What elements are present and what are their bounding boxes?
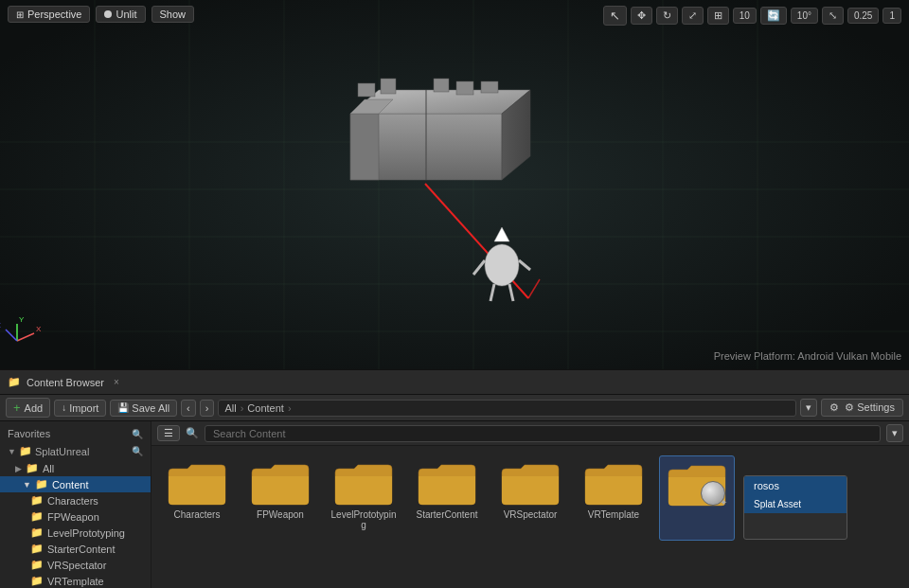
grid-size-btn[interactable]: 10 bbox=[733, 8, 757, 24]
context-menu-item-splat[interactable]: Splat Asset bbox=[744, 495, 847, 513]
scale-icon[interactable]: ⤡ bbox=[822, 7, 844, 25]
sidebar-item-content[interactable]: ▼ 📁 Content bbox=[0, 476, 151, 492]
folder-starter-label: StarterContent bbox=[416, 509, 477, 520]
cursor-btn[interactable]: ↖ bbox=[603, 6, 627, 26]
favorites-header[interactable]: Favorites 🔍 bbox=[0, 425, 151, 442]
angle-icon[interactable]: 🔄 bbox=[760, 7, 787, 25]
cb-titlebar: 📁 Content Browser × bbox=[0, 370, 909, 395]
characters-label: Characters bbox=[47, 495, 98, 507]
sidebar-item-all[interactable]: ▶ 📁 All bbox=[0, 460, 151, 476]
expand-arrow: ▼ bbox=[8, 447, 16, 456]
translate-btn[interactable]: ✥ bbox=[631, 7, 652, 25]
splat-unreal-label: SplatUnreal bbox=[35, 446, 89, 457]
unlit-dot bbox=[104, 10, 112, 18]
svg-rect-23 bbox=[381, 79, 396, 94]
add-btn[interactable]: + Add bbox=[6, 398, 50, 418]
expand-content: ▼ bbox=[23, 480, 31, 490]
forward-btn[interactable]: › bbox=[200, 400, 215, 417]
folder-starter-icon: 📁 bbox=[30, 543, 44, 555]
folder-vrspectator[interactable]: VRSpectator bbox=[492, 455, 568, 541]
settings-btn[interactable]: ⚙ ⚙ Settings bbox=[821, 399, 903, 417]
star-badge: ✦ bbox=[720, 498, 727, 508]
folder-vrs-label: VRSpectator bbox=[504, 509, 558, 520]
folder-selected[interactable]: ✦ rosos Splat Asset bbox=[659, 455, 735, 541]
context-menu-item-rosos[interactable]: rosos bbox=[744, 476, 847, 495]
import-btn[interactable]: ↓ Import bbox=[54, 400, 106, 417]
camera-num: 1 bbox=[889, 10, 895, 21]
folder-vrtemplate[interactable]: VRTemplate bbox=[576, 455, 651, 541]
path-content[interactable]: Content bbox=[247, 402, 284, 414]
scale-value-btn[interactable]: 0.25 bbox=[847, 8, 879, 24]
angle-value-btn[interactable]: 10° bbox=[791, 8, 818, 24]
sidebar-item-level[interactable]: 📁 LevelPrototyping bbox=[0, 525, 151, 541]
fpweapon-label: FPWeapon bbox=[47, 511, 99, 523]
filter-options-btn[interactable]: ☰ bbox=[157, 425, 180, 441]
snap-btn[interactable]: ⊞ bbox=[707, 7, 729, 25]
save-all-label: Save All bbox=[132, 402, 169, 414]
folder-vrt-icon: 📁 bbox=[30, 575, 44, 587]
folder-fpweapon-label: FPWeapon bbox=[257, 509, 304, 520]
folder-characters[interactable]: Characters bbox=[159, 455, 235, 541]
search-magnifier-icon: 🔍 bbox=[186, 427, 199, 439]
sidebar-item-fpweapon[interactable]: 📁 FPWeapon bbox=[0, 508, 151, 525]
svg-rect-25 bbox=[456, 81, 473, 95]
preview-platform-label: Preview Platform: Android Vulkan Mobile bbox=[714, 350, 901, 362]
all-label: All bbox=[43, 463, 54, 474]
sidebar-item-characters[interactable]: 📁 Characters bbox=[0, 492, 151, 508]
cb-folder-icon: 📁 bbox=[8, 376, 21, 388]
folder-level-icon: 📁 bbox=[30, 526, 44, 539]
sidebar-search-icon[interactable]: 🔍 bbox=[132, 446, 143, 456]
cb-main: ☰ 🔍 ▾ Characters bbox=[152, 421, 909, 588]
folder-fp-icon: 📁 bbox=[30, 510, 44, 523]
folder-fpweapon-icon bbox=[250, 459, 311, 507]
show-btn[interactable]: Show bbox=[152, 6, 195, 23]
content-browser: 📁 Content Browser × + Add ↓ Import 💾 Sav… bbox=[0, 369, 909, 588]
splat-unreal-header[interactable]: ▼ 📁 SplatUnreal 🔍 bbox=[0, 442, 151, 460]
cb-close-btn[interactable]: × bbox=[114, 377, 119, 387]
sidebar-item-starter[interactable]: 📁 StarterContent bbox=[0, 541, 151, 557]
show-label: Show bbox=[160, 9, 187, 20]
starter-label: StarterContent bbox=[47, 543, 116, 555]
viewport: ⊞ Perspective Unlit Show ↖ ✥ ↻ ⤢ ⊞ 10 🔄 … bbox=[0, 0, 909, 369]
unlit-btn[interactable]: Unlit bbox=[96, 6, 145, 23]
rotate-btn[interactable]: ↻ bbox=[656, 7, 678, 25]
plus-icon: + bbox=[13, 401, 21, 415]
svg-text:X: X bbox=[36, 325, 42, 333]
svg-rect-22 bbox=[358, 83, 375, 97]
context-menu: rosos Splat Asset bbox=[743, 475, 847, 540]
camera-btn[interactable]: 1 bbox=[882, 8, 901, 24]
folder-level-label: LevelPrototyping bbox=[330, 509, 398, 530]
search-input[interactable] bbox=[205, 425, 881, 442]
perspective-btn[interactable]: ⊞ Perspective bbox=[8, 6, 90, 23]
svg-rect-0 bbox=[0, 0, 909, 369]
cb-content-grid: Characters FPWeapon bbox=[152, 446, 909, 588]
folder-all-icon: 📁 bbox=[26, 462, 39, 474]
search-icon[interactable]: 🔍 bbox=[132, 429, 143, 439]
folder-level[interactable]: LevelPrototyping bbox=[326, 455, 401, 541]
folder-icon-splat: 📁 bbox=[19, 445, 32, 457]
search-dropdown-btn[interactable]: ▾ bbox=[886, 424, 903, 442]
folder-fpweapon[interactable]: FPWeapon bbox=[242, 455, 318, 541]
scale-value: 0.25 bbox=[854, 10, 872, 21]
path-dropdown-btn[interactable]: ▾ bbox=[800, 399, 817, 417]
cb-path-bar: All › Content › bbox=[218, 400, 796, 417]
cb-title: Content Browser bbox=[27, 377, 104, 388]
folder-vrt-label: VRTemplate bbox=[588, 509, 639, 520]
svg-text:Y: Y bbox=[19, 315, 25, 324]
import-arrow-icon: ↓ bbox=[62, 402, 66, 413]
save-icon: 💾 bbox=[117, 402, 129, 413]
sidebar-item-vrtemplate[interactable]: 📁 VRTemplate bbox=[0, 573, 151, 588]
unlit-label: Unlit bbox=[116, 9, 136, 20]
expand-all: ▶ bbox=[15, 464, 22, 473]
content-label: Content bbox=[52, 479, 89, 490]
back-btn[interactable]: ‹ bbox=[181, 400, 196, 417]
folder-starter[interactable]: StarterContent bbox=[409, 455, 485, 541]
scale-btn[interactable]: ⤢ bbox=[682, 7, 704, 25]
sidebar-item-vrspectator[interactable]: 📁 VRSpectator bbox=[0, 557, 151, 573]
path-all[interactable]: All bbox=[224, 402, 236, 414]
grid-icon: ⊞ bbox=[16, 9, 24, 20]
svg-point-27 bbox=[485, 244, 519, 286]
cb-sidebar: Favorites 🔍 ▼ 📁 SplatUnreal 🔍 ▶ 📁 All ▼ … bbox=[0, 421, 152, 588]
folder-vrs-icon-grid bbox=[500, 459, 561, 507]
save-all-btn[interactable]: 💾 Save All bbox=[110, 400, 177, 417]
